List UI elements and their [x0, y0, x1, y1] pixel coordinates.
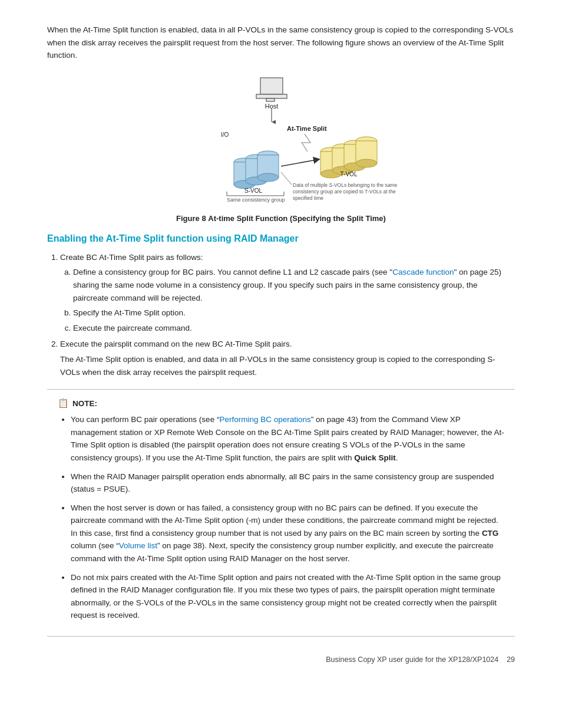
- volume-list-link[interactable]: Volume list: [119, 541, 157, 550]
- svg-text:Data of multiple S-VOLs belong: Data of multiple S-VOLs belonging to the…: [293, 182, 397, 188]
- step-1c: Execute the paircreate command.: [73, 322, 515, 335]
- note-bullet-2: When the RAID Manager pairsplit operatio…: [71, 470, 504, 496]
- svg-text:S-VOL: S-VOL: [244, 187, 262, 194]
- step-1: Create BC At-Time Split pairs as follows…: [60, 251, 515, 335]
- note-list: You can perform BC pair operations (see …: [71, 413, 504, 622]
- note-bullet-4: Do not mix pairs created with the At-Tim…: [71, 571, 504, 622]
- note-bullet-3: When the host server is down or has fail…: [71, 502, 504, 565]
- ctg-bold: CTG: [482, 529, 499, 538]
- svg-rect-0: [260, 78, 283, 94]
- svg-rect-1: [256, 94, 287, 98]
- svg-text:I/O: I/O: [221, 131, 229, 138]
- step-2-detail: The At-Time Split option is enabled, and…: [60, 353, 515, 378]
- step-1b: Specify the At-Time Split option.: [73, 307, 515, 319]
- footer: Business Copy XP user guide for the XP12…: [326, 655, 515, 664]
- section-heading: Enabling the At-Time Split function usin…: [47, 233, 515, 244]
- figure-caption: Figure 8 At-time Split Function (Specify…: [176, 214, 386, 223]
- svg-line-38: [281, 172, 292, 185]
- svg-text:At-Time Split: At-Time Split: [287, 125, 327, 132]
- svg-text:specified time: specified time: [293, 195, 323, 201]
- performing-bc-link[interactable]: Performing BC operations: [219, 415, 310, 424]
- note-icon: 📋: [58, 398, 69, 409]
- svg-point-15: [257, 173, 279, 182]
- note-bullet-1: You can perform BC pair operations (see …: [71, 413, 504, 464]
- cascade-link[interactable]: Cascade function: [392, 268, 454, 276]
- svg-text:T-VOL: T-VOL: [340, 171, 358, 177]
- svg-point-29: [356, 159, 377, 167]
- steps-list: Create BC At-Time Split pairs as follows…: [60, 251, 515, 378]
- figure-container: Host I/O At-Time Split: [47, 75, 515, 223]
- svg-line-17: [281, 160, 313, 166]
- figure-diagram: Host I/O At-Time Split: [157, 75, 405, 210]
- svg-text:Same consistency group: Same consistency group: [227, 197, 285, 203]
- intro-paragraph: When the At-Time Split function is enabl…: [47, 24, 515, 62]
- note-box: 📋 NOTE: You can perform BC pair operatio…: [47, 389, 515, 637]
- quick-split-bold: Quick Split: [354, 453, 396, 462]
- note-title: 📋 NOTE:: [58, 398, 504, 409]
- step-1-substeps: Define a consistency group for BC pairs.…: [73, 266, 515, 334]
- step-2: Execute the pairsplit command on the new…: [60, 338, 515, 378]
- step-1a: Define a consistency group for BC pairs.…: [73, 266, 515, 304]
- svg-rect-2: [266, 98, 275, 101]
- svg-text:consistency group are copied t: consistency group are copied to T-VOLs a…: [293, 189, 396, 195]
